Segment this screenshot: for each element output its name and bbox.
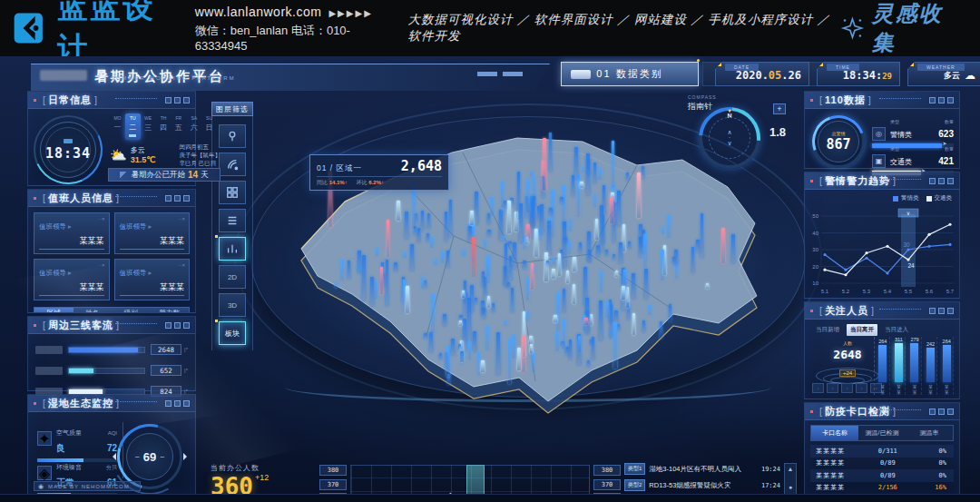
brand-topbar: 蓝蓝设计 www.lanlanwork.com▶▶▶▶▶ 微信：ben_lanl… (0, 0, 980, 56)
layer-button-pin-icon[interactable] (219, 124, 246, 148)
panel-controls[interactable] (165, 97, 190, 103)
panel-checkpoint: [防疫卡口检测] 卡口名称测温/已检测测温率 某某某某0/3110%某某某某0/… (804, 402, 960, 496)
panel-controls[interactable] (929, 308, 954, 314)
layer-button-板块[interactable]: 板块 (219, 321, 246, 345)
trend-legend: 警情类交通类 (893, 194, 952, 202)
panel-focus-people: [关注人员] 当日新增当日离开当日进入 人数 2648 +24 ◦◦◦◦◦ 26… (804, 301, 960, 399)
focus-tab-2[interactable]: 当日离开 (847, 324, 877, 336)
layer-button-list-icon[interactable] (219, 209, 246, 232)
weekday-FR[interactable]: FR五 (171, 113, 186, 140)
watermark: MADE BY NEHOMMICOM (34, 481, 141, 491)
focus-bar: 264某某 (942, 337, 954, 395)
walker-icon[interactable]: ◦ (812, 383, 824, 393)
legend-item: 警情类 (893, 194, 919, 202)
sparkle-icon (840, 15, 865, 42)
lunar-calendar: 闰四月初五 庚子年【鼠年】 辛巳月 己巳日 (180, 143, 221, 167)
focus-tab-3[interactable]: 当日进入 (881, 324, 912, 336)
contact-block: www.lanlanwork.com▶▶▶▶▶ 微信：ben_lanlan 电话… (195, 5, 383, 53)
focus-bar: 279某某 (910, 337, 922, 395)
siren-icon: ◎ (872, 127, 886, 141)
svg-text:20: 20 (812, 264, 818, 270)
weekday-WE[interactable]: WE三 (141, 113, 156, 140)
weekday-SU[interactable]: SU日 (201, 113, 217, 140)
scroll-up-icon: ▲ (788, 466, 794, 472)
svg-text:5.5: 5.5 (905, 289, 913, 294)
weekday-TH[interactable]: TH四 (156, 113, 172, 140)
panel-controls[interactable] (929, 408, 954, 415)
svg-text:5.7: 5.7 (946, 289, 955, 294)
y-axis-box: 380 (319, 465, 347, 476)
svg-text:5.1: 5.1 (821, 289, 829, 294)
weekday-SA[interactable]: SA六 (186, 113, 201, 140)
flow-bar-row: 652|* (35, 365, 188, 376)
alert-item[interactable]: 类型1湿地3-104片区有不明人员闯入19:24 (624, 463, 780, 475)
tab-icon (571, 70, 591, 79)
website-link[interactable]: www.lanlanwork.com (195, 5, 322, 19)
focus-bar: 242某某 (926, 337, 938, 395)
zoom-level: 1.8 (769, 125, 786, 139)
layer-button-chart-icon[interactable] (219, 237, 246, 261)
checkpoint-header-3[interactable]: 测温率 (906, 426, 953, 440)
panel-controls[interactable] (165, 195, 190, 202)
knife-icon[interactable]: ◦ (827, 383, 838, 393)
compass-center: ∧·∨ (709, 117, 750, 159)
duty-leader-card[interactable]: 值班领导··×某某某 (114, 259, 191, 300)
tooltip-region: 01 / 区域一 (317, 163, 362, 174)
layer-button-radar-icon[interactable] (219, 153, 246, 176)
panel-controls[interactable] (929, 178, 954, 184)
zoom-in-button[interactable]: + (773, 103, 786, 114)
checkpoint-row: 某某某某2/15616% (810, 482, 954, 495)
panel-110-data: [110数据] 总警情867 ◎类型警情类数量623➤▣类型交通类数量421➤ (804, 91, 960, 169)
layer-button-grid-icon[interactable] (219, 181, 246, 204)
checkpoint-header-2[interactable]: 测温/已检测 (858, 426, 906, 440)
focus-category-icons: ◦◦◦◦◦ (812, 383, 882, 393)
panel-controls[interactable] (165, 400, 190, 407)
layer-button-2D[interactable]: 2D (219, 265, 246, 289)
arrows-decoration: ▶▶▶▶▶ (328, 8, 372, 18)
duty-leader-card[interactable]: 值班领导··×某某某 (34, 212, 110, 254)
noise-icon: ◈ (37, 466, 52, 480)
person-icon[interactable]: ◦ (856, 383, 867, 393)
svg-text:50: 50 (812, 213, 818, 219)
summer-office-notice: 暑期办公已开始14天 (108, 168, 220, 182)
panel-daily-info: [日常信息] 18:34 MO一TU二WE三TH四FR五SA六SU日 ⛅ 多云 … (27, 91, 196, 186)
analog-clock: 18:34 (34, 115, 103, 184)
alert-item[interactable]: 类型2RD13-53烟感报警疑似火灾17:24 (624, 479, 780, 491)
weekday-TU[interactable]: TU二 (125, 113, 141, 140)
svg-text:24: 24 (907, 262, 915, 269)
weather-row: ⛅ 多云 31.5℃ 闰四月初五 庚子年【鼠年】 辛巳月 己巳日 (110, 143, 220, 167)
redacted-label (35, 367, 63, 375)
collect-label: 灵感收集 (872, 0, 956, 57)
title-decoration (477, 72, 523, 76)
checkpoint-header-1[interactable]: 卡口名称 (811, 426, 858, 440)
y-axis-box: 370 (319, 479, 347, 490)
pm-indicator-icon (64, 139, 73, 143)
panel-controls[interactable] (165, 322, 190, 329)
svg-text:10: 10 (812, 281, 818, 286)
alarm-type-row: ◎类型警情类数量623➤ (872, 119, 954, 148)
trend-line-chart: 5040302010∨30245.15.25.35.45.55.65.7 (808, 203, 957, 296)
focus-tab-1[interactable]: 当日新增 (812, 324, 843, 336)
target-icon[interactable]: ◦ (841, 383, 853, 393)
layer-button-3D[interactable]: 3D (219, 293, 246, 317)
panel-alarm-trend: [警情警力趋势] 警情类交通类 5040302010∨30245.15.25.3… (804, 172, 960, 299)
dashboard: 暑期办公协作平台 SUMMER WORKING PLATFORM 01 数据类别… (0, 56, 980, 502)
svg-text:5.2: 5.2 (842, 289, 850, 294)
redacted-label (35, 346, 63, 354)
services-line: 大数据可视化设计 ／ 软件界面设计 ／ 网站建设 ／ 手机及小程序设计 ／ 软件… (407, 12, 839, 44)
svg-text:30: 30 (812, 247, 818, 252)
weekday-MO[interactable]: MO一 (110, 113, 125, 140)
checkpoint-row: 某某某某0/890% (810, 469, 954, 482)
scroll-thumb-icon: ● (789, 484, 792, 490)
tooltip-value: 2,648 (401, 158, 442, 174)
duty-leader-card[interactable]: 值班领导··×某某某 (114, 212, 191, 254)
checkpoint-row: 某某某某0/890% (810, 458, 954, 470)
panel-controls[interactable] (929, 97, 954, 103)
compass-ring[interactable]: N ∧·∨ (699, 107, 760, 169)
checkpoint-row: 某某某某0/3110% (810, 445, 954, 458)
focus-bar: 311某某 (895, 337, 906, 395)
sun-cloud-icon: ⛅ (110, 147, 127, 163)
time-box: TIME 18:34:29 (817, 62, 900, 86)
duty-leader-card[interactable]: 值班领导··×某某某 (34, 259, 110, 300)
inspiration-collect[interactable]: 灵感收集 (840, 0, 956, 57)
